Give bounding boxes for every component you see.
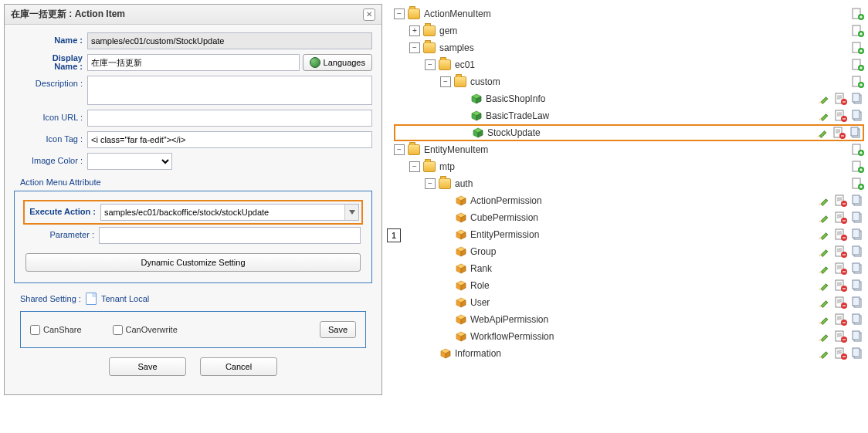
add-icon[interactable]	[852, 178, 864, 190]
copy-icon[interactable]	[852, 296, 864, 309]
tree-leaf-entityPerm[interactable]: EntityPermission	[470, 226, 539, 243]
delete-icon[interactable]	[835, 347, 847, 360]
tree-leaf-workflowPerm[interactable]: WorkflowPermission	[470, 328, 554, 345]
tree-leaf-cubePerm[interactable]: CubePermission	[470, 209, 538, 226]
tree-leaf-stockupdate[interactable]: StockUpdate	[487, 124, 541, 141]
edit-icon[interactable]	[818, 262, 830, 275]
tree-leaf-actionPerm[interactable]: ActionPermission	[470, 192, 542, 209]
edit-icon[interactable]	[818, 279, 830, 292]
tree-node-entitymenuitem[interactable]: EntityMenuItem	[424, 141, 488, 158]
edit-icon[interactable]	[818, 313, 830, 326]
copy-icon[interactable]	[852, 245, 864, 258]
tree-node-custom[interactable]: custom	[470, 73, 500, 90]
attribute-box: Execute Action : Parameter :	[14, 191, 372, 283]
tree-leaf-information[interactable]: Information	[455, 345, 501, 362]
folder-icon	[423, 161, 436, 172]
delete-icon[interactable]	[835, 228, 847, 241]
add-icon[interactable]	[852, 8, 864, 20]
edit-icon[interactable]	[818, 211, 830, 224]
delete-icon[interactable]	[833, 127, 846, 139]
copy-icon[interactable]	[852, 195, 864, 207]
description-input[interactable]	[87, 76, 372, 105]
cube-orange-icon	[456, 297, 466, 308]
collapse-icon[interactable]: −	[425, 178, 436, 189]
globe-icon	[310, 57, 320, 68]
copy-icon[interactable]	[852, 93, 864, 105]
collapse-icon[interactable]: −	[394, 144, 405, 155]
copy-icon[interactable]	[850, 127, 863, 139]
tree-node-auth[interactable]: auth	[455, 175, 473, 192]
dynamic-customize-button[interactable]: Dynamic Customize Setting	[25, 253, 361, 272]
share-box: CanShare CanOverwrite Save	[20, 311, 366, 348]
copy-icon[interactable]	[852, 313, 864, 326]
can-overwrite-checkbox[interactable]: CanOverwrite	[113, 325, 178, 335]
add-icon[interactable]	[852, 25, 864, 37]
image-color-select[interactable]	[87, 153, 172, 170]
icon-url-input[interactable]	[87, 110, 372, 127]
expand-icon[interactable]: +	[409, 25, 420, 36]
cube-orange-icon	[456, 280, 466, 291]
tree-leaf-rank[interactable]: Rank	[470, 260, 492, 277]
edit-icon[interactable]	[818, 296, 830, 309]
edit-icon[interactable]	[818, 347, 830, 360]
add-icon[interactable]	[852, 42, 864, 54]
delete-icon[interactable]	[835, 330, 847, 343]
parameter-input[interactable]	[99, 227, 361, 244]
collapse-icon[interactable]: −	[409, 42, 420, 53]
copy-icon[interactable]	[852, 211, 864, 224]
tree-node-gem[interactable]: gem	[439, 22, 457, 39]
tree-leaf-group[interactable]: Group	[470, 243, 496, 260]
chevron-down-icon[interactable]	[344, 205, 358, 220]
delete-icon[interactable]	[835, 93, 847, 105]
add-icon[interactable]	[852, 144, 864, 156]
copy-icon[interactable]	[852, 279, 864, 292]
collapse-icon[interactable]: −	[425, 59, 436, 70]
delete-icon[interactable]	[835, 195, 847, 207]
edit-icon[interactable]	[818, 245, 830, 258]
copy-icon[interactable]	[852, 110, 864, 122]
execute-action-combo[interactable]	[100, 204, 359, 221]
edit-icon[interactable]	[818, 93, 830, 105]
execute-action-input[interactable]	[101, 205, 344, 220]
collapse-icon[interactable]: −	[440, 76, 451, 87]
languages-button[interactable]: Languages	[303, 54, 372, 71]
icon-tag-input[interactable]	[87, 131, 372, 148]
delete-icon[interactable]	[835, 211, 847, 224]
add-icon[interactable]	[852, 59, 864, 71]
tree-leaf-basicshopinfo[interactable]: BasicShopInfo	[486, 90, 545, 107]
name-input[interactable]	[87, 32, 372, 49]
tree-node-ec01[interactable]: ec01	[455, 56, 475, 73]
tree-leaf-webApiPerm[interactable]: WebApiPermission	[470, 311, 548, 328]
delete-icon[interactable]	[835, 296, 847, 309]
cancel-button[interactable]: Cancel	[200, 357, 277, 376]
edit-icon[interactable]	[818, 330, 830, 343]
edit-icon[interactable]	[818, 228, 830, 241]
add-icon[interactable]	[852, 76, 864, 88]
collapse-icon[interactable]: −	[394, 8, 405, 19]
delete-icon[interactable]	[835, 279, 847, 292]
collapse-icon[interactable]: −	[409, 161, 420, 172]
edit-icon[interactable]	[818, 195, 830, 207]
can-share-checkbox[interactable]: CanShare	[30, 325, 82, 335]
share-save-button[interactable]: Save	[320, 321, 356, 338]
copy-icon[interactable]	[852, 330, 864, 343]
copy-icon[interactable]	[852, 347, 864, 360]
save-button[interactable]: Save	[109, 357, 186, 376]
delete-icon[interactable]	[835, 110, 847, 122]
tree-leaf-user[interactable]: User	[470, 294, 490, 311]
tree-leaf-basictradelaw[interactable]: BasicTradeLaw	[486, 107, 549, 124]
copy-icon[interactable]	[852, 228, 864, 241]
edit-icon[interactable]	[816, 127, 829, 139]
tree-node-actionmenuitem[interactable]: ActionMenuItem	[424, 5, 491, 22]
tree-node-samples[interactable]: samples	[439, 39, 474, 56]
copy-icon[interactable]	[852, 262, 864, 275]
add-icon[interactable]	[852, 161, 864, 173]
delete-icon[interactable]	[835, 262, 847, 275]
edit-icon[interactable]	[818, 110, 830, 122]
close-icon[interactable]: ✕	[363, 8, 375, 21]
tree-node-mtp[interactable]: mtp	[439, 158, 455, 175]
delete-icon[interactable]	[835, 313, 847, 326]
display-name-input[interactable]	[87, 54, 300, 71]
tree-leaf-role[interactable]: Role	[470, 277, 490, 294]
delete-icon[interactable]	[835, 245, 847, 258]
